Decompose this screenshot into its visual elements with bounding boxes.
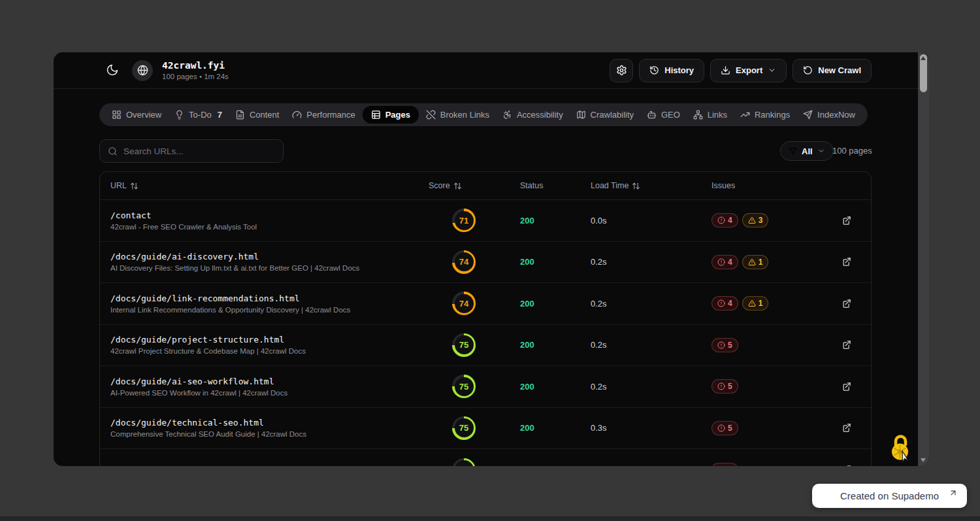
file-text-icon [235, 110, 245, 120]
click-indicator-lock-cursor-icon[interactable] [889, 432, 913, 465]
alert-circle-icon [717, 382, 725, 390]
load-time: 0.2s [580, 257, 701, 267]
table-row[interactable]: /docs/guide/link-recommendations.htmlInt… [100, 283, 871, 325]
export-button[interactable]: Export [710, 59, 787, 82]
url-path[interactable]: /contact [110, 210, 418, 220]
score-value: 71 [455, 211, 474, 230]
tab-performance[interactable]: Performance [286, 106, 361, 124]
issues-cell: 5 [701, 463, 822, 466]
tab-broken-links[interactable]: Broken Links [420, 106, 495, 124]
tab-accessibility[interactable]: Accessibility [497, 106, 569, 124]
open-page-button[interactable] [822, 423, 871, 433]
supademo-attribution[interactable]: Created on Supademo [812, 484, 967, 508]
tab-overview[interactable]: Overview [106, 106, 167, 124]
url-path[interactable]: /docs/guide/broken-links.html [110, 465, 418, 466]
score-ring: 75 [452, 333, 476, 357]
column-header-url[interactable]: URL [100, 181, 418, 190]
table-row[interactable]: /docs/guide/ai-discovery.htmlAI Discover… [100, 242, 871, 284]
network-icon [693, 110, 703, 120]
url-path[interactable]: /docs/guide/ai-discovery.html [110, 252, 418, 261]
tab-label: Performance [306, 110, 355, 120]
external-link-icon [841, 382, 851, 392]
warning-count-badge: 3 [742, 213, 769, 227]
scroll-up-arrow-icon[interactable] [921, 56, 926, 60]
open-page-button[interactable] [822, 257, 871, 267]
history-label: History [664, 65, 694, 75]
load-time: 0.2s [580, 465, 701, 466]
search-icon [108, 146, 118, 156]
grid-icon [112, 110, 122, 120]
app-window: 42crawl.fyi 100 pages • 1m 24s History E… [54, 52, 929, 466]
tab-pages[interactable]: Pages [363, 106, 419, 124]
table-row[interactable]: /docs/guide/ai-seo-workflow.htmlAI-Power… [100, 366, 871, 408]
open-page-button[interactable] [822, 382, 871, 392]
tab-content[interactable]: Content [229, 106, 286, 124]
tab-badge: 7 [218, 110, 222, 120]
page-count: 100 pages [832, 146, 872, 156]
column-header-score[interactable]: Score [418, 181, 510, 190]
scroll-down-arrow-icon[interactable] [921, 458, 926, 462]
sort-icon[interactable] [130, 182, 139, 190]
column-header-issues: Issues [701, 181, 822, 190]
site-globe-icon [132, 60, 153, 81]
table-row[interactable]: /docs/guide/project-structure.html42craw… [100, 325, 871, 367]
scrollbar[interactable] [918, 52, 929, 466]
history-icon [649, 65, 659, 75]
sort-icon[interactable] [632, 182, 640, 190]
alert-triangle-icon [748, 216, 756, 224]
score-value: 74 [455, 252, 474, 271]
score-cell: 75 [418, 416, 510, 440]
url-cell: /docs/guide/technical-seo.htmlComprehens… [100, 418, 418, 438]
open-page-button[interactable] [822, 340, 871, 350]
alert-circle-icon [717, 424, 725, 432]
score-cell: 75 [418, 375, 510, 398]
score-cell: 74 [418, 292, 510, 315]
score-ring: 74 [452, 292, 476, 315]
search-input[interactable] [123, 146, 275, 156]
score-cell: 71 [418, 209, 510, 232]
tab-rankings[interactable]: Rankings [734, 106, 796, 124]
open-page-button[interactable] [822, 299, 871, 309]
tab-label: To-Do [189, 110, 212, 120]
url-path[interactable]: /docs/guide/technical-seo.html [110, 418, 418, 428]
status-code: 200 [510, 382, 580, 392]
filter-dropdown[interactable]: All [780, 141, 834, 161]
tab-label: Pages [385, 110, 410, 120]
tab-crawlability[interactable]: Crawlability [570, 106, 640, 124]
tab-label: Rankings [755, 110, 790, 120]
column-header-load-time[interactable]: Load Time [580, 181, 701, 190]
history-button[interactable]: History [639, 59, 704, 82]
dark-mode-toggle-moon-icon[interactable] [106, 63, 120, 78]
issues-cell: 41 [701, 296, 822, 311]
site-info: 42crawl.fyi 100 pages • 1m 24s [162, 60, 229, 80]
alert-circle-icon [717, 258, 725, 266]
score-ring: 71 [452, 209, 476, 232]
tab-label: IndexNow [817, 110, 855, 120]
open-page-button[interactable] [822, 216, 871, 226]
tab-to-do[interactable]: To-Do7 [169, 106, 228, 124]
load-time: 0.2s [580, 382, 701, 392]
settings-button[interactable] [610, 59, 633, 82]
sort-icon[interactable] [453, 182, 462, 190]
url-description: Comprehensive Technical SEO Audit Guide … [110, 430, 418, 438]
download-icon [721, 65, 730, 75]
url-path[interactable]: /docs/guide/link-recommendations.html [110, 294, 418, 303]
status-code: 200 [510, 299, 580, 309]
tab-indexnow[interactable]: IndexNow [797, 106, 861, 124]
tab-geo[interactable]: GEO [641, 106, 686, 124]
url-cell: /docs/guide/project-structure.html42craw… [100, 335, 418, 355]
open-page-button[interactable] [822, 465, 871, 466]
url-path[interactable]: /docs/guide/ai-seo-workflow.html [110, 377, 418, 386]
tab-label: Overview [126, 110, 161, 120]
table-row[interactable]: /contact42crawl - Free SEO Crawler & Ana… [100, 200, 871, 242]
alert-triangle-icon [748, 258, 756, 266]
status-code: 200 [510, 465, 580, 466]
tab-links[interactable]: Links [687, 106, 733, 124]
score-value: 75 [455, 335, 474, 354]
table-row[interactable]: /docs/guide/broken-links.html752000.2s5 [100, 449, 871, 466]
table-icon [371, 110, 381, 120]
table-row[interactable]: /docs/guide/technical-seo.htmlComprehens… [100, 408, 871, 450]
new-crawl-button[interactable]: New Crawl [792, 59, 872, 82]
url-path[interactable]: /docs/guide/project-structure.html [110, 335, 418, 345]
tab-label: Links [708, 110, 727, 120]
